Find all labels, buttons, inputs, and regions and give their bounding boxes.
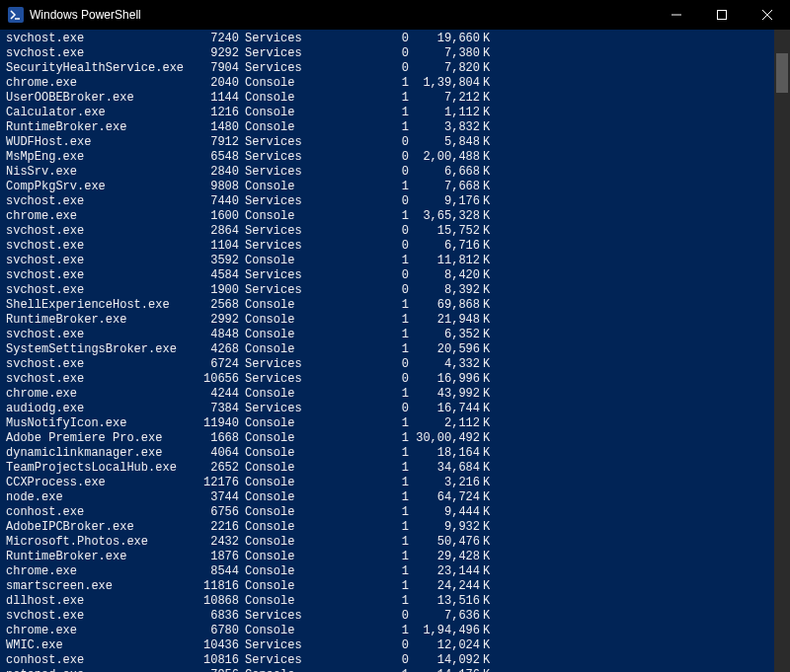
memory-unit: K: [480, 490, 494, 505]
window-title: Windows PowerShell: [30, 8, 654, 22]
process-pid: 11816: [192, 579, 239, 594]
memory-unit: K: [480, 32, 494, 46]
process-memory: 14,092: [409, 653, 480, 668]
memory-unit: K: [480, 76, 494, 91]
memory-unit: K: [480, 46, 494, 61]
process-memory: 6,716: [409, 239, 480, 254]
process-name: svchost.exe: [6, 268, 192, 283]
table-row: audiodg.exe7384Services016,744K: [6, 402, 790, 416]
process-session: Console: [239, 106, 308, 120]
memory-unit: K: [480, 505, 494, 520]
process-name: smartscreen.exe: [6, 579, 192, 594]
process-session: Services: [239, 194, 308, 209]
process-name: svchost.exe: [6, 372, 192, 387]
process-memory: 2,112: [409, 416, 480, 431]
process-session: Console: [239, 387, 308, 402]
table-row: RuntimeBroker.exe2992Console121,948K: [6, 313, 790, 328]
minimize-button[interactable]: [654, 0, 699, 30]
process-session: Console: [239, 76, 308, 91]
memory-unit: K: [480, 594, 494, 609]
process-name: svchost.exe: [6, 328, 192, 342]
process-pid: 2992: [192, 313, 239, 328]
process-session: Services: [239, 268, 308, 283]
memory-unit: K: [480, 194, 494, 209]
table-row: Microsoft.Photos.exe2432Console150,476K: [6, 535, 790, 550]
process-pid: 7956: [192, 668, 239, 672]
process-session-num: 1: [308, 313, 409, 328]
process-session: Services: [239, 135, 308, 150]
table-row: svchost.exe4848Console16,352K: [6, 328, 790, 342]
process-session-num: 0: [308, 165, 409, 180]
process-session-num: 0: [308, 268, 409, 283]
process-pid: 7904: [192, 61, 239, 76]
process-memory: 19,660: [409, 32, 480, 46]
process-session-num: 0: [308, 402, 409, 416]
process-memory: 29,428: [409, 550, 480, 564]
process-name: SystemSettingsBroker.exe: [6, 342, 192, 357]
process-memory: 1,112: [409, 106, 480, 120]
process-session: Console: [239, 180, 308, 194]
memory-unit: K: [480, 387, 494, 402]
process-session: Services: [239, 372, 308, 387]
maximize-button[interactable]: [699, 0, 745, 30]
table-row: SystemSettingsBroker.exe4268Console120,5…: [6, 342, 790, 357]
table-row: dllhost.exe10868Console113,516K: [6, 594, 790, 609]
close-button[interactable]: [745, 0, 790, 30]
process-name: chrome.exe: [6, 76, 192, 91]
process-session-num: 1: [308, 446, 409, 461]
table-row: AdobeIPCBroker.exe2216Console19,932K: [6, 520, 790, 535]
table-row: svchost.exe1900Services08,392K: [6, 283, 790, 298]
memory-unit: K: [480, 357, 494, 372]
process-name: CompPkgSrv.exe: [6, 180, 192, 194]
process-session: Console: [239, 431, 308, 446]
table-row: WMIC.exe10436Services012,024K: [6, 638, 790, 653]
memory-unit: K: [480, 135, 494, 150]
process-memory: 7,212: [409, 91, 480, 106]
process-name: NisSrv.exe: [6, 165, 192, 180]
process-name: Adobe Premiere Pro.exe: [6, 431, 192, 446]
process-pid: 7384: [192, 402, 239, 416]
process-pid: 7440: [192, 194, 239, 209]
process-name: chrome.exe: [6, 564, 192, 579]
process-memory: 7,820: [409, 61, 480, 76]
table-row: Adobe Premiere Pro.exe1668Console130,00,…: [6, 431, 790, 446]
terminal-area[interactable]: svchost.exe7240Services019,660Ksvchost.e…: [0, 30, 790, 672]
process-session-num: 0: [308, 224, 409, 239]
table-row: svchost.exe2864Services015,752K: [6, 224, 790, 239]
process-session: Services: [239, 402, 308, 416]
scrollbar-thumb[interactable]: [776, 53, 788, 93]
vertical-scrollbar[interactable]: [774, 30, 790, 672]
memory-unit: K: [480, 254, 494, 268]
memory-unit: K: [480, 283, 494, 298]
table-row: ShellExperienceHost.exe2568Console169,86…: [6, 298, 790, 313]
minimize-icon: [672, 10, 681, 20]
process-session: Console: [239, 298, 308, 313]
process-session: Services: [239, 357, 308, 372]
table-row: RuntimeBroker.exe1480Console13,832K: [6, 120, 790, 135]
process-pid: 6756: [192, 505, 239, 520]
process-session: Console: [239, 535, 308, 550]
process-name: node.exe: [6, 490, 192, 505]
process-pid: 6724: [192, 357, 239, 372]
process-session-num: 1: [308, 254, 409, 268]
process-session-num: 1: [308, 106, 409, 120]
memory-unit: K: [480, 653, 494, 668]
process-pid: 4584: [192, 268, 239, 283]
process-session-num: 1: [308, 490, 409, 505]
process-pid: 10656: [192, 372, 239, 387]
process-session: Services: [239, 653, 308, 668]
process-session: Console: [239, 594, 308, 609]
process-session-num: 1: [308, 180, 409, 194]
table-row: svchost.exe7440Services09,176K: [6, 194, 790, 209]
process-memory: 2,00,488: [409, 150, 480, 165]
process-session: Console: [239, 313, 308, 328]
memory-unit: K: [480, 120, 494, 135]
table-row: svchost.exe9292Services07,380K: [6, 46, 790, 61]
process-name: svchost.exe: [6, 357, 192, 372]
process-pid: 1144: [192, 91, 239, 106]
process-memory: 64,724: [409, 490, 480, 505]
table-row: node.exe3744Console164,724K: [6, 490, 790, 505]
process-session: Services: [239, 32, 308, 46]
titlebar[interactable]: Windows PowerShell: [0, 0, 790, 30]
table-row: CompPkgSrv.exe9808Console17,668K: [6, 180, 790, 194]
